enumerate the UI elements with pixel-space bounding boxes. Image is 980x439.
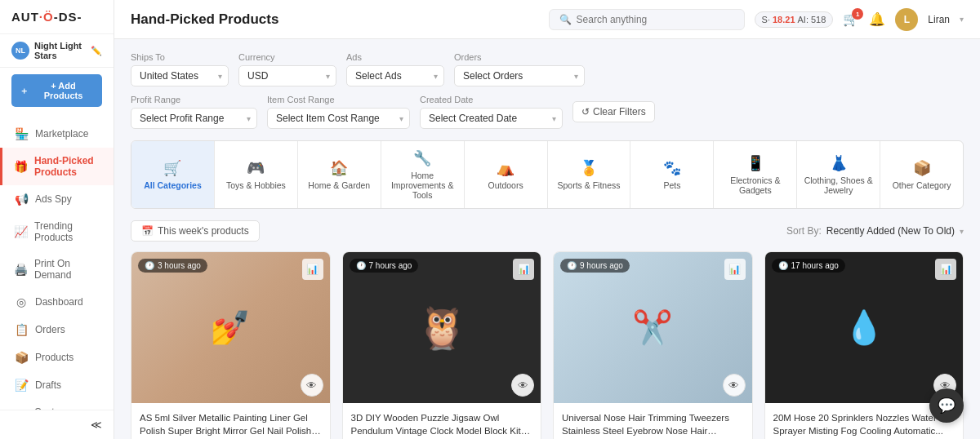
sort-by-label: Sort By: [786,225,822,237]
content-area: Ships To United States Currency USD Ads [114,39,980,439]
chat-button[interactable]: 💬 [929,388,964,423]
calendar-icon: 📅 [141,225,154,237]
cat-clothing[interactable]: 👗 Clothing, Shoes & Jewelry [797,141,880,208]
cat-home-garden[interactable]: 🏠 Home & Garden [298,141,381,208]
this-week-button[interactable]: 📅 This week's products [131,220,260,242]
chart-button-1[interactable]: 📊 [302,259,323,280]
product-name-4: 20M Hose 20 Sprinklers Nozzles Water Spr… [773,411,956,437]
profit-group: Profit Range Select Profit Range [131,95,257,129]
other-label: Other Category [893,180,951,190]
pets-label: Pets [663,180,680,190]
eye-button-1[interactable]: 👁 [301,374,323,397]
filters-row-2: Profit Range Select Profit Range Item Co… [131,95,964,129]
cat-electronics[interactable]: 📱 Electronics & Gadgets [714,141,797,208]
product-info-1: AS 5ml Silver Metallic Painting Liner Ge… [131,403,330,439]
sidebar-item-products[interactable]: 📦 Products [0,344,114,371]
product-name-2: 3D DIY Wooden Puzzle Jigsaw Owl Pendulum… [351,411,533,437]
currency-select[interactable]: USD [238,65,336,86]
eye-button-3[interactable]: 👁 [723,374,746,397]
ships-to-label: Ships To [131,52,229,62]
clear-filters-button[interactable]: ↺ Clear Filters [572,101,655,122]
sidebar-item-marketplace[interactable]: 🏪 Marketplace [0,120,114,148]
sidebar-item-drafts[interactable]: 📝 Drafts [0,371,114,399]
cat-all-categories[interactable]: 🛒 All Categories [131,141,215,208]
product-emoji-3: ✂️ [554,252,752,403]
sidebar-item-dashboard[interactable]: ◎ Dashboard [0,288,114,316]
ads-label: Ads [346,52,444,62]
ai-value: 518 [811,15,826,24]
avatar: L [895,8,918,31]
clothing-icon: 👗 [830,154,848,172]
ships-to-group: Ships To United States [131,52,229,86]
outdoors-label: Outdoors [488,180,523,190]
cat-home-improvements[interactable]: 🔧 Home Improvements & Tools [381,141,465,208]
bell-icon-2: 🔔 [869,11,885,27]
user-name: Liran [928,14,950,25]
sidebar-item-hand-picked[interactable]: 🎁 Hand-Picked Products [0,148,114,185]
dashboard-label: Dashboard [35,296,83,308]
add-products-button[interactable]: ＋ + Add Products [11,74,102,107]
sort-value: Recently Added (New To Old) [826,225,955,237]
home-improvements-icon: 🔧 [413,149,431,167]
ads-select-wrap: Select Ads [346,65,444,86]
ai-label: AI: [798,15,808,24]
marketplace-label: Marketplace [35,128,88,140]
sidebar-item-customer-support[interactable]: 🎧 Customer Support [0,399,114,410]
refresh-icon: ↺ [581,106,590,118]
cat-outdoors[interactable]: ⛺ Outdoors [465,141,548,208]
cat-sports-fitness[interactable]: 🏅 Sports & Fitness [548,141,631,208]
product-emoji-1: 💅 [131,252,330,403]
ships-to-select[interactable]: United States [131,65,229,86]
notification-badge: 1 [852,8,863,20]
score-tag: S· 18.21 AI: 518 [755,11,834,28]
time-badge-2: 🕐 7 hours ago [350,259,419,273]
notification-bell[interactable]: 🛒 1 [843,11,859,27]
chart-button-3[interactable]: 📊 [724,259,746,280]
created-date-select[interactable]: Select Created Date [420,108,563,129]
header-right: 🔍 S· 18.21 AI: 518 🛒 1 🔔 L Liran ▾ [549,8,964,31]
search-icon: 🔍 [559,14,572,25]
chart-button-4[interactable]: 📊 [935,259,956,280]
search-box[interactable]: 🔍 [549,9,745,30]
top-header: Hand-Picked Products 🔍 S· 18.21 AI: 518 … [114,0,980,39]
eye-button-2[interactable]: 👁 [511,374,534,397]
product-card-2: 🦉 🕐 7 hours ago 📊 👁 3D DIY Wooden Puzzle… [342,251,542,439]
store-selector[interactable]: NL Night Light Stars ✏️ [0,34,114,68]
profit-select-wrap: Select Profit Range [131,108,257,129]
products-grid: 💅 🕐 3 hours ago 📊 👁 AS 5ml Silver Metall… [131,251,964,439]
search-input[interactable] [577,14,734,25]
products-icon: 📦 [14,351,29,364]
item-cost-label: Item Cost Range [267,95,410,104]
sidebar-item-orders[interactable]: 📋 Orders [0,316,114,344]
bell-icon-wrap[interactable]: 🔔 [869,11,885,27]
store-name: Night Light Stars [34,41,86,60]
orders-select[interactable]: Select Orders [454,65,585,86]
item-cost-select[interactable]: Select Item Cost Range [267,108,410,129]
sort-chevron-icon[interactable]: ▾ [960,227,964,236]
all-categories-icon: 🛒 [163,159,181,177]
ads-spy-icon: 📢 [14,193,29,206]
currency-group: Currency USD [238,52,336,86]
home-garden-icon: 🏠 [330,159,348,177]
cat-other[interactable]: 📦 Other Category [880,141,963,208]
product-name-3: Universal Nose Hair Trimming Tweezers St… [562,411,744,437]
all-categories-label: All Categories [144,180,202,190]
products-label: Products [35,352,74,363]
chart-button-2[interactable]: 📊 [513,259,534,280]
sidebar-item-ads-spy[interactable]: 📢 Ads Spy [0,185,114,213]
sidebar-item-trending[interactable]: 📈 Trending Products [0,213,114,251]
ads-select[interactable]: Select Ads [346,65,444,86]
edit-store-icon[interactable]: ✏️ [91,46,102,56]
product-image-3: ✂️ 🕐 9 hours ago 📊 👁 [554,252,752,403]
collapse-button[interactable]: ≪ [0,410,114,439]
user-chevron-icon[interactable]: ▾ [960,15,964,24]
toys-icon: 🎮 [247,159,265,177]
profit-label: Profit Range [131,95,257,104]
profit-select[interactable]: Select Profit Range [131,108,257,129]
cat-pets[interactable]: 🐾 Pets [630,141,714,208]
cat-toys-hobbies[interactable]: 🎮 Toys & Hobbies [215,141,298,208]
sidebar-item-print-demand[interactable]: 🖨️ Print On Demand [0,251,114,288]
clock-icon-4: 🕐 [778,261,788,270]
sort-by-control: Sort By: Recently Added (New To Old) ▾ [786,225,964,237]
orders-label: Orders [454,52,585,62]
